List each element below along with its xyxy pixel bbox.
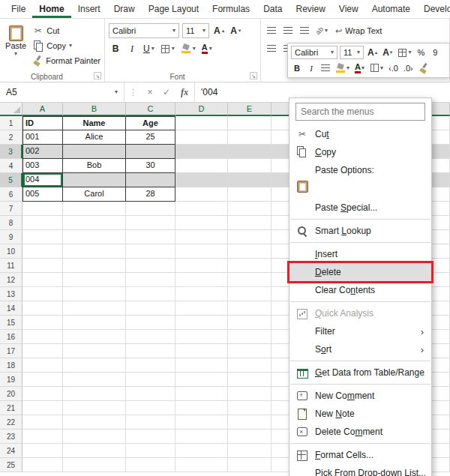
cell-E1[interactable] [228,116,272,130]
mini-bold-button[interactable]: B [291,61,303,75]
row-header-25[interactable]: 25 [0,458,22,472]
cell-A15[interactable] [22,316,63,330]
mini-format-painter-button[interactable] [417,61,430,75]
cell-E25[interactable] [228,458,272,472]
font-size-select[interactable]: 11 ▾ [182,23,209,38]
cell-D1[interactable] [176,116,228,130]
tab-review[interactable]: Review [289,0,332,18]
cell-B22[interactable] [63,415,126,430]
cell-D20[interactable] [176,387,228,401]
cell-D5[interactable] [176,173,228,187]
cell-D25[interactable] [176,458,228,472]
cell-B25[interactable] [63,458,126,472]
row-header-1[interactable]: 1 [0,116,22,130]
align-middle-button[interactable] [281,23,295,38]
cell-E18[interactable] [228,358,272,373]
column-header-C[interactable]: C [126,103,176,116]
cell-A6[interactable]: 005 [22,187,63,202]
tab-home[interactable]: Home [32,0,70,18]
row-header-23[interactable]: 23 [0,430,22,444]
cell-B19[interactable] [63,373,126,387]
cell-D14[interactable] [176,301,228,316]
tab-data[interactable]: Data [256,0,289,18]
cell-E24[interactable] [228,444,272,458]
cell-E21[interactable] [228,401,272,415]
cell-C4[interactable]: 30 [126,159,176,173]
cell-D4[interactable] [176,159,228,173]
cell-B5[interactable] [63,173,126,187]
cell-E13[interactable] [228,287,272,301]
menu-item-delete[interactable]: Delete [290,263,431,281]
menu-search-input[interactable] [296,103,425,121]
cell-E12[interactable] [228,273,272,287]
cell-E3[interactable] [228,145,272,159]
paste-option-button[interactable] [296,180,315,198]
font-dialog-launcher-icon[interactable]: ↘ [250,72,257,79]
cell-B24[interactable] [63,444,126,458]
font-name-select[interactable]: Calibri ▾ [109,23,179,38]
cell-E6[interactable] [228,187,272,202]
row-header-6[interactable]: 6 [0,187,22,202]
menu-item-delete-comment[interactable]: Delete Comment [290,423,431,441]
cell-A8[interactable] [22,216,63,230]
row-header-10[interactable]: 10 [0,244,22,259]
cell-D24[interactable] [176,444,228,458]
cell-D10[interactable] [176,244,228,259]
cell-E22[interactable] [228,415,272,430]
tab-file[interactable]: File [4,0,32,18]
row-header-3[interactable]: 3 [0,145,22,159]
cell-E9[interactable] [228,230,272,244]
mini-grow-font-button[interactable]: A ▴ [366,46,379,59]
wrap-text-button[interactable]: ↩ Wrap Text [332,23,385,38]
cell-E16[interactable] [228,330,272,344]
mini-fill-color-button[interactable]: ▾ [334,61,351,75]
cell-A14[interactable] [22,301,63,316]
cell-C11[interactable] [126,259,176,273]
menu-item-cut[interactable]: ✂Cut [290,125,431,143]
row-header-13[interactable]: 13 [0,287,22,301]
cell-C15[interactable] [126,316,176,330]
mini-italic-button[interactable]: I [305,61,317,75]
cell-E5[interactable] [228,173,272,187]
cell-A1[interactable]: ID [22,116,63,130]
cell-E15[interactable] [228,316,272,330]
orientation-button[interactable]: ab ▾ [314,23,329,38]
mini-font-color-button[interactable]: A ▾ [353,61,366,75]
grow-font-button[interactable]: A ▴ [212,23,226,38]
fill-color-button[interactable]: ▾ [179,41,197,56]
cell-C22[interactable] [126,415,176,430]
cut-button[interactable]: ✂ Cut [32,24,100,37]
tab-developer[interactable]: Developer [417,0,450,18]
cell-A7[interactable] [22,202,63,216]
cell-D8[interactable] [176,216,228,230]
cell-A10[interactable] [22,244,63,259]
cell-C1[interactable]: Age [126,116,176,130]
row-header-20[interactable]: 20 [0,387,22,401]
bold-button[interactable]: B [109,41,122,56]
cell-E23[interactable] [228,430,272,444]
mini-increase-decimal-button[interactable]: ‹.0 [387,61,400,75]
cell-C18[interactable] [126,358,176,373]
cell-D3[interactable] [176,145,228,159]
mini-borders-button[interactable]: ▾ [368,61,385,75]
cell-A21[interactable] [22,401,63,415]
cell-A18[interactable] [22,358,63,373]
column-header-B[interactable]: B [63,103,126,116]
cell-D13[interactable] [176,287,228,301]
mini-cell-style-button[interactable]: ▾ [396,46,412,59]
cell-C17[interactable] [126,344,176,358]
cell-D22[interactable] [176,415,228,430]
row-header-19[interactable]: 19 [0,373,22,387]
column-header-D[interactable]: D [176,103,228,116]
select-all-button[interactable] [0,103,22,116]
name-box[interactable]: A5 ▾ [0,82,124,102]
cancel-icon[interactable]: × [142,87,158,97]
row-header-9[interactable]: 9 [0,230,22,244]
align-bottom-button[interactable] [298,23,311,38]
menu-item-quick-analysis[interactable]: Quick Analysis [290,304,431,322]
cell-C6[interactable]: 28 [126,187,176,202]
cell-A13[interactable] [22,287,63,301]
mini-decrease-decimal-button[interactable]: .0› [402,61,415,75]
cell-B1[interactable]: Name [63,116,126,130]
cell-C10[interactable] [126,244,176,259]
